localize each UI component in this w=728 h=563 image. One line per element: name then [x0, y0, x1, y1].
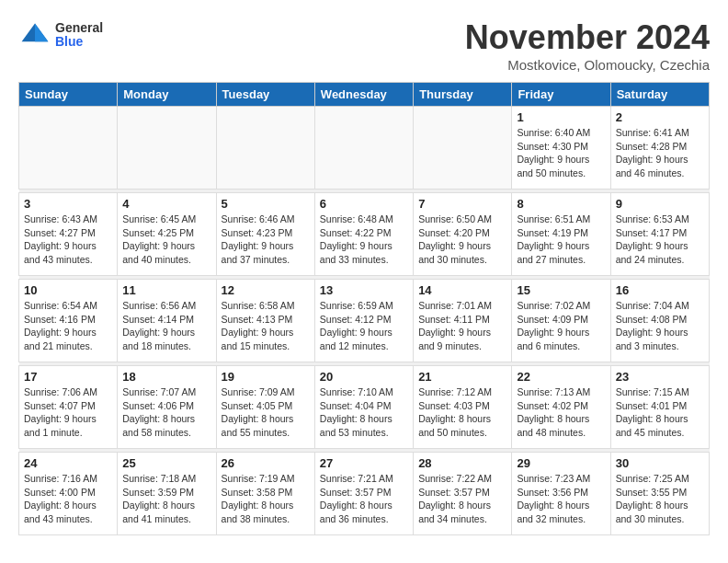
day-info: Sunrise: 7:19 AM Sunset: 3:58 PM Dayligh… [222, 472, 310, 526]
calendar-table: SundayMondayTuesdayWednesdayThursdayFrid… [18, 82, 710, 535]
column-header-tuesday: Tuesday [216, 83, 314, 107]
calendar-cell: 8Sunrise: 6:51 AM Sunset: 4:19 PM Daylig… [512, 193, 610, 276]
calendar-cell [314, 107, 413, 190]
calendar-cell: 19Sunrise: 7:09 AM Sunset: 4:05 PM Dayli… [216, 366, 314, 449]
day-info: Sunrise: 6:45 AM Sunset: 4:25 PM Dayligh… [122, 213, 210, 267]
logo-blue-text: Blue [55, 35, 103, 49]
day-info: Sunrise: 6:46 AM Sunset: 4:23 PM Dayligh… [222, 213, 310, 267]
day-number: 1 [517, 110, 605, 124]
logo-icon [18, 18, 51, 52]
calendar-cell: 5Sunrise: 6:46 AM Sunset: 4:23 PM Daylig… [216, 193, 314, 276]
calendar-cell: 20Sunrise: 7:10 AM Sunset: 4:04 PM Dayli… [314, 366, 413, 449]
day-number: 3 [24, 197, 112, 211]
calendar-cell: 25Sunrise: 7:18 AM Sunset: 3:59 PM Dayli… [118, 453, 216, 535]
day-number: 8 [517, 197, 605, 211]
calendar-cell: 21Sunrise: 7:12 AM Sunset: 4:03 PM Dayli… [414, 366, 512, 449]
day-number: 25 [122, 456, 210, 470]
day-number: 18 [122, 370, 210, 384]
calendar-cell: 2Sunrise: 6:41 AM Sunset: 4:28 PM Daylig… [610, 107, 709, 190]
calendar-header-row: SundayMondayTuesdayWednesdayThursdayFrid… [19, 83, 710, 107]
day-info: Sunrise: 6:58 AM Sunset: 4:13 PM Dayligh… [222, 299, 310, 353]
day-info: Sunrise: 7:04 AM Sunset: 4:08 PM Dayligh… [616, 299, 704, 353]
day-number: 22 [517, 370, 605, 384]
day-number: 13 [320, 283, 408, 297]
day-number: 24 [24, 456, 112, 470]
day-info: Sunrise: 7:07 AM Sunset: 4:06 PM Dayligh… [122, 385, 210, 440]
day-number: 23 [616, 370, 704, 384]
day-info: Sunrise: 6:53 AM Sunset: 4:17 PM Dayligh… [616, 213, 704, 267]
calendar-cell: 14Sunrise: 7:01 AM Sunset: 4:11 PM Dayli… [414, 280, 512, 362]
day-number: 7 [418, 197, 506, 211]
day-info: Sunrise: 6:54 AM Sunset: 4:16 PM Dayligh… [24, 299, 112, 353]
day-number: 19 [222, 370, 310, 384]
day-number: 17 [24, 370, 112, 384]
calendar-week-row: 1Sunrise: 6:40 AM Sunset: 4:30 PM Daylig… [19, 107, 710, 190]
column-header-thursday: Thursday [414, 83, 512, 107]
day-number: 29 [517, 456, 605, 470]
day-number: 14 [418, 283, 506, 297]
calendar-cell [414, 107, 512, 190]
day-info: Sunrise: 6:40 AM Sunset: 4:30 PM Dayligh… [517, 126, 605, 180]
column-header-wednesday: Wednesday [314, 83, 413, 107]
page-header: General Blue November 2024 Mostkovice, O… [18, 18, 710, 73]
column-header-friday: Friday [512, 83, 610, 107]
calendar-cell: 26Sunrise: 7:19 AM Sunset: 3:58 PM Dayli… [216, 453, 314, 535]
column-header-monday: Monday [118, 83, 216, 107]
calendar-cell: 22Sunrise: 7:13 AM Sunset: 4:02 PM Dayli… [512, 366, 610, 449]
calendar-cell: 29Sunrise: 7:23 AM Sunset: 3:56 PM Dayli… [512, 453, 610, 535]
calendar-week-row: 10Sunrise: 6:54 AM Sunset: 4:16 PM Dayli… [19, 280, 710, 362]
day-info: Sunrise: 6:48 AM Sunset: 4:22 PM Dayligh… [320, 213, 408, 267]
column-header-saturday: Saturday [610, 83, 709, 107]
column-header-sunday: Sunday [19, 83, 118, 107]
calendar-cell: 28Sunrise: 7:22 AM Sunset: 3:57 PM Dayli… [414, 453, 512, 535]
day-number: 5 [222, 197, 310, 211]
svg-marker-1 [35, 23, 48, 41]
day-number: 2 [616, 110, 704, 124]
calendar-cell: 4Sunrise: 6:45 AM Sunset: 4:25 PM Daylig… [118, 193, 216, 276]
day-number: 6 [320, 197, 408, 211]
calendar-cell [118, 107, 216, 190]
calendar-cell: 9Sunrise: 6:53 AM Sunset: 4:17 PM Daylig… [610, 193, 709, 276]
day-info: Sunrise: 7:15 AM Sunset: 4:01 PM Dayligh… [616, 385, 704, 440]
day-info: Sunrise: 7:02 AM Sunset: 4:09 PM Dayligh… [517, 299, 605, 353]
calendar-cell: 13Sunrise: 6:59 AM Sunset: 4:12 PM Dayli… [314, 280, 413, 362]
calendar-week-row: 17Sunrise: 7:06 AM Sunset: 4:07 PM Dayli… [19, 366, 710, 449]
calendar-week-row: 3Sunrise: 6:43 AM Sunset: 4:27 PM Daylig… [19, 193, 710, 276]
day-info: Sunrise: 7:06 AM Sunset: 4:07 PM Dayligh… [24, 385, 112, 440]
day-number: 20 [320, 370, 408, 384]
day-number: 11 [122, 283, 210, 297]
day-info: Sunrise: 7:10 AM Sunset: 4:04 PM Dayligh… [320, 385, 408, 440]
day-info: Sunrise: 7:23 AM Sunset: 3:56 PM Dayligh… [517, 472, 605, 526]
day-number: 4 [122, 197, 210, 211]
day-number: 27 [320, 456, 408, 470]
calendar-cell [216, 107, 314, 190]
day-info: Sunrise: 7:21 AM Sunset: 3:57 PM Dayligh… [320, 472, 408, 526]
day-info: Sunrise: 7:12 AM Sunset: 4:03 PM Dayligh… [418, 385, 506, 440]
day-info: Sunrise: 7:09 AM Sunset: 4:05 PM Dayligh… [222, 385, 310, 440]
day-number: 26 [222, 456, 310, 470]
day-info: Sunrise: 6:50 AM Sunset: 4:20 PM Dayligh… [418, 213, 506, 267]
calendar-cell [19, 107, 118, 190]
calendar-cell: 6Sunrise: 6:48 AM Sunset: 4:22 PM Daylig… [314, 193, 413, 276]
location-subtitle: Mostkovice, Olomoucky, Czechia [465, 57, 710, 73]
calendar-cell: 16Sunrise: 7:04 AM Sunset: 4:08 PM Dayli… [610, 280, 709, 362]
day-number: 10 [24, 283, 112, 297]
calendar-cell: 27Sunrise: 7:21 AM Sunset: 3:57 PM Dayli… [314, 453, 413, 535]
day-info: Sunrise: 7:13 AM Sunset: 4:02 PM Dayligh… [517, 385, 605, 440]
calendar-cell: 18Sunrise: 7:07 AM Sunset: 4:06 PM Dayli… [118, 366, 216, 449]
calendar-cell: 3Sunrise: 6:43 AM Sunset: 4:27 PM Daylig… [19, 193, 118, 276]
day-info: Sunrise: 7:18 AM Sunset: 3:59 PM Dayligh… [122, 472, 210, 526]
day-info: Sunrise: 6:56 AM Sunset: 4:14 PM Dayligh… [122, 299, 210, 353]
calendar-cell: 30Sunrise: 7:25 AM Sunset: 3:55 PM Dayli… [610, 453, 709, 535]
calendar-cell: 11Sunrise: 6:56 AM Sunset: 4:14 PM Dayli… [118, 280, 216, 362]
day-number: 9 [616, 197, 704, 211]
calendar-cell: 24Sunrise: 7:16 AM Sunset: 4:00 PM Dayli… [19, 453, 118, 535]
calendar-cell: 1Sunrise: 6:40 AM Sunset: 4:30 PM Daylig… [512, 107, 610, 190]
logo-general-text: General [55, 21, 103, 35]
calendar-cell: 17Sunrise: 7:06 AM Sunset: 4:07 PM Dayli… [19, 366, 118, 449]
day-number: 28 [418, 456, 506, 470]
day-info: Sunrise: 6:41 AM Sunset: 4:28 PM Dayligh… [616, 126, 704, 180]
calendar-cell: 15Sunrise: 7:02 AM Sunset: 4:09 PM Dayli… [512, 280, 610, 362]
calendar-cell: 7Sunrise: 6:50 AM Sunset: 4:20 PM Daylig… [414, 193, 512, 276]
day-number: 15 [517, 283, 605, 297]
